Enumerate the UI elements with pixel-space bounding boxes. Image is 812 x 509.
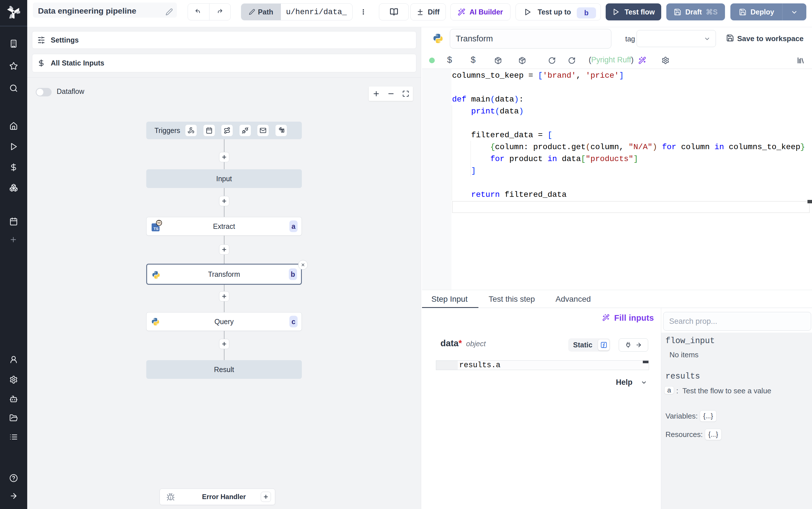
svg-text:TS: TS [154,227,158,231]
